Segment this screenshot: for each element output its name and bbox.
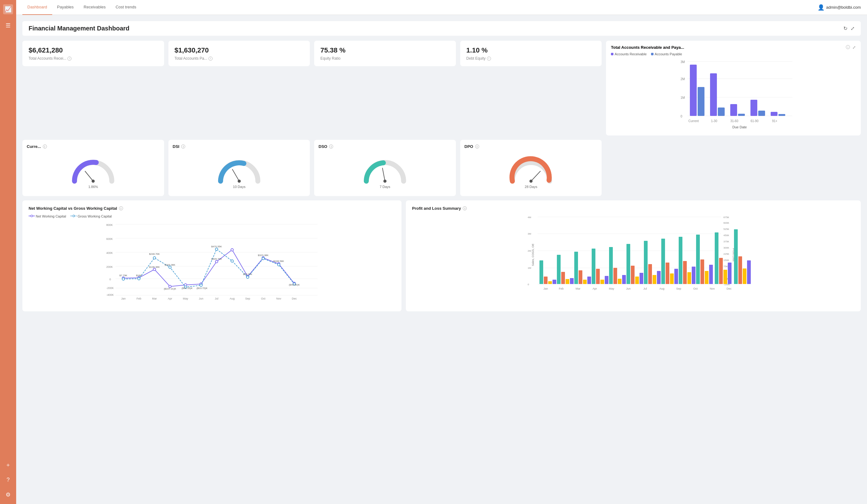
info-icon-arap[interactable]: i xyxy=(846,45,850,49)
svg-point-28 xyxy=(237,180,240,183)
svg-rect-11 xyxy=(718,108,725,116)
svg-rect-158 xyxy=(670,274,674,284)
ar-ap-chart-card: Total Accounts Receivable and Paya... i … xyxy=(606,41,861,136)
top-navigation: Dashboard Payables Receivables Cost tren… xyxy=(16,0,867,15)
svg-text:Due Date: Due Date xyxy=(732,125,747,129)
svg-rect-130 xyxy=(548,281,552,284)
svg-text:150K: 150K xyxy=(724,259,729,261)
svg-text:$136.36K: $136.36K xyxy=(149,266,160,268)
kpi-label-debt: Debt Equity i xyxy=(467,56,596,61)
svg-line-27 xyxy=(232,169,239,181)
svg-text:0: 0 xyxy=(528,283,529,286)
svg-text:91+: 91+ xyxy=(772,119,778,123)
svg-text:Dec: Dec xyxy=(727,287,732,290)
svg-rect-13 xyxy=(738,114,745,116)
svg-text:($107.21)K: ($107.21)K xyxy=(164,287,176,290)
svg-rect-12 xyxy=(730,104,737,116)
kpi-cards-grid: $6,621,280 Total Accounts Recei... i $1,… xyxy=(22,41,861,136)
svg-text:$93.07K: $93.07K xyxy=(243,273,252,276)
svg-point-69 xyxy=(169,266,171,268)
svg-rect-166 xyxy=(705,271,708,284)
svg-text:225K: 225K xyxy=(724,253,729,255)
svg-text:Current: Current xyxy=(688,119,699,123)
svg-rect-15 xyxy=(758,111,765,116)
svg-rect-134 xyxy=(566,279,569,284)
kpi-card-accounts-payable: $1,630,270 Total Accounts Pa... i xyxy=(169,41,310,66)
ar-ap-legend: Accounts Receivable Accounts Payable xyxy=(611,52,856,56)
svg-point-73 xyxy=(231,260,233,262)
svg-rect-156 xyxy=(661,239,665,284)
refresh-icon[interactable]: ↻ xyxy=(843,25,847,31)
menu-icon[interactable]: ☰ xyxy=(3,21,13,31)
kpi-value-ap: $1,630,270 xyxy=(175,46,304,54)
svg-rect-160 xyxy=(679,237,682,284)
info-icon-dso[interactable]: i xyxy=(329,144,333,149)
kpi-label-ar: Total Accounts Recei... i xyxy=(29,56,158,61)
svg-rect-171 xyxy=(728,262,731,284)
svg-text:375K: 375K xyxy=(724,240,729,243)
svg-text:Apr: Apr xyxy=(168,297,172,300)
svg-text:600K: 600K xyxy=(106,237,113,240)
info-icon-pnl[interactable]: i xyxy=(463,206,467,210)
svg-rect-140 xyxy=(592,249,596,284)
gauge-title-dpo: DPO i xyxy=(464,144,598,149)
tab-dashboard[interactable]: Dashboard xyxy=(22,0,52,15)
svg-text:$305.79K: $305.79K xyxy=(211,258,222,260)
expand-icon[interactable]: ⤢ xyxy=(850,25,855,31)
svg-point-39 xyxy=(73,215,75,217)
svg-rect-175 xyxy=(747,260,751,284)
svg-point-67 xyxy=(138,278,140,280)
info-icon-dsi[interactable]: i xyxy=(181,144,185,149)
svg-text:400K: 400K xyxy=(106,251,113,255)
svg-rect-9 xyxy=(698,87,705,116)
dashboard-header: Financial Management Dashboard ↻ ⤢ xyxy=(22,21,861,36)
svg-text:Jul: Jul xyxy=(643,287,647,290)
svg-text:$323.38K: $323.38K xyxy=(258,254,269,257)
svg-rect-155 xyxy=(657,271,661,284)
svg-text:$188.58K: $188.58K xyxy=(274,260,284,262)
svg-text:Sales, COGS, OE: Sales, COGS, OE xyxy=(532,244,535,266)
svg-text:300K: 300K xyxy=(724,246,729,249)
svg-point-56 xyxy=(153,268,156,271)
header-actions: ↻ ⤢ xyxy=(843,25,855,31)
info-icon-nwc[interactable]: i xyxy=(119,206,123,210)
expand-arap-icon[interactable]: ⤢ xyxy=(853,45,856,50)
add-icon[interactable]: ＋ xyxy=(3,460,13,470)
svg-text:Sep: Sep xyxy=(245,297,250,300)
svg-rect-129 xyxy=(544,277,547,284)
svg-text:Jan: Jan xyxy=(121,297,126,300)
info-icon-ap[interactable]: i xyxy=(208,56,213,61)
info-icon-ar[interactable]: i xyxy=(67,56,72,61)
svg-rect-159 xyxy=(674,269,678,284)
kpi-label-ap: Total Accounts Pa... i xyxy=(175,56,304,61)
svg-text:($13.72)K: ($13.72)K xyxy=(196,287,207,290)
tab-payables[interactable]: Payables xyxy=(52,0,79,15)
kpi-card-debt-equity: 1.10 % Debt Equity i xyxy=(460,41,602,66)
tab-receivables[interactable]: Receivables xyxy=(79,0,111,15)
gauge-title-dso: DSO i xyxy=(319,144,451,149)
svg-text:Sep: Sep xyxy=(676,287,681,290)
kpi-card-accounts-receivable: $6,621,280 Total Accounts Recei... i xyxy=(22,41,164,66)
svg-rect-174 xyxy=(743,268,747,284)
trend-icon[interactable]: 📈 xyxy=(3,4,13,14)
settings-icon[interactable]: ⚙ xyxy=(3,490,13,500)
svg-text:Jul: Jul xyxy=(215,297,218,300)
tab-cost-trends[interactable]: Cost trends xyxy=(111,0,141,15)
help-icon[interactable]: ? xyxy=(3,475,13,485)
main-area: Dashboard Payables Receivables Cost tren… xyxy=(16,0,867,504)
info-icon-dpo[interactable]: i xyxy=(475,144,479,149)
user-info: 👤 admin@boldbi.com xyxy=(817,4,861,11)
svg-text:3M: 3M xyxy=(528,233,531,235)
svg-text:-200K: -200K xyxy=(106,287,114,290)
info-icon-debt[interactable]: i xyxy=(487,56,491,61)
svg-rect-168 xyxy=(715,233,718,284)
dashboard-content: Financial Management Dashboard ↻ ⤢ $6,62… xyxy=(16,15,867,504)
gauge-dsi: DSI i 10 Days xyxy=(169,140,310,196)
info-icon-current[interactable]: i xyxy=(43,144,47,149)
svg-text:Aug: Aug xyxy=(229,297,235,300)
svg-rect-172 xyxy=(734,229,738,284)
page-title: Financial Management Dashboard xyxy=(29,25,130,32)
svg-rect-144 xyxy=(609,247,613,284)
svg-point-34 xyxy=(529,180,532,183)
svg-rect-141 xyxy=(596,269,600,284)
